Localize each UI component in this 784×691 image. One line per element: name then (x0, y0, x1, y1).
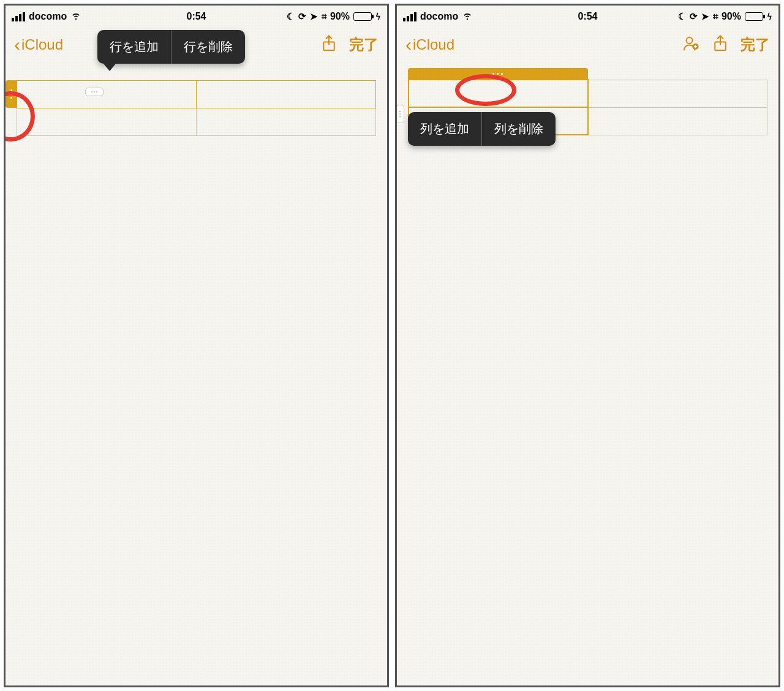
share-button[interactable] (711, 34, 729, 55)
do-not-disturb-icon: ☾ (287, 11, 295, 22)
carrier-label: docomo (420, 11, 458, 22)
battery-pct-label: 90% (722, 11, 741, 22)
add-row-button[interactable]: 行を追加 (97, 30, 171, 64)
row-handle[interactable] (396, 105, 404, 123)
charging-icon: ϟ (767, 12, 772, 21)
orientation-lock-icon: ⟳ (298, 11, 306, 22)
cellular-signal-icon (12, 12, 25, 21)
done-button[interactable]: 完了 (741, 35, 770, 55)
wifi-icon (70, 10, 81, 23)
cellular-signal-icon (403, 12, 417, 21)
column-handle-selected[interactable] (408, 68, 588, 79)
screenshot-left: docomo 0:54 ☾ ⟳ ➤ ⌗ 90% ϟ ‹ iCloud (4, 4, 389, 687)
delete-column-button[interactable]: 列を削除 (482, 112, 556, 146)
bluetooth-icon: ⌗ (713, 11, 718, 22)
nav-bar: ‹ iCloud 完了 行を追加 行を削除 (6, 28, 387, 62)
note-table[interactable] (17, 80, 376, 136)
table-row[interactable] (409, 80, 767, 107)
back-label: iCloud (21, 36, 63, 53)
charging-icon: ϟ (375, 12, 381, 21)
column-context-menu: 列を追加 列を削除 (408, 112, 556, 146)
table-row[interactable] (17, 108, 376, 136)
battery-icon (353, 12, 372, 21)
wifi-icon (462, 10, 473, 23)
orientation-lock-icon: ⟳ (690, 11, 698, 22)
location-icon: ➤ (310, 11, 318, 22)
row-context-menu: 行を追加 行を削除 (97, 30, 245, 64)
battery-pct-label: 90% (330, 11, 350, 22)
back-button[interactable]: ‹ iCloud (405, 36, 454, 54)
do-not-disturb-icon: ☾ (678, 11, 686, 22)
table-row[interactable] (17, 81, 376, 108)
bluetooth-icon: ⌗ (322, 11, 326, 22)
nav-bar: ‹ iCloud 完了 (397, 28, 778, 62)
share-button[interactable] (320, 34, 338, 55)
status-bar: docomo 0:54 ☾ ⟳ ➤ ⌗ 90% ϟ (397, 6, 778, 28)
location-icon: ➤ (701, 11, 709, 22)
battery-icon (745, 12, 763, 21)
carrier-label: docomo (29, 11, 67, 22)
add-people-button[interactable] (682, 34, 700, 55)
chevron-left-icon: ‹ (14, 36, 20, 54)
delete-row-button[interactable]: 行を削除 (172, 30, 245, 64)
add-column-button[interactable]: 列を追加 (408, 112, 481, 146)
chevron-left-icon: ‹ (405, 36, 412, 54)
back-label: iCloud (413, 36, 454, 53)
back-button[interactable]: ‹ iCloud (14, 36, 63, 54)
row-handle-selected[interactable] (6, 80, 17, 108)
done-button[interactable]: 完了 (349, 35, 379, 55)
svg-point-1 (687, 37, 693, 43)
status-bar: docomo 0:54 ☾ ⟳ ➤ ⌗ 90% ϟ (6, 6, 387, 28)
screenshot-right: docomo 0:54 ☾ ⟳ ➤ ⌗ 90% ϟ ‹ iCloud (395, 4, 780, 687)
